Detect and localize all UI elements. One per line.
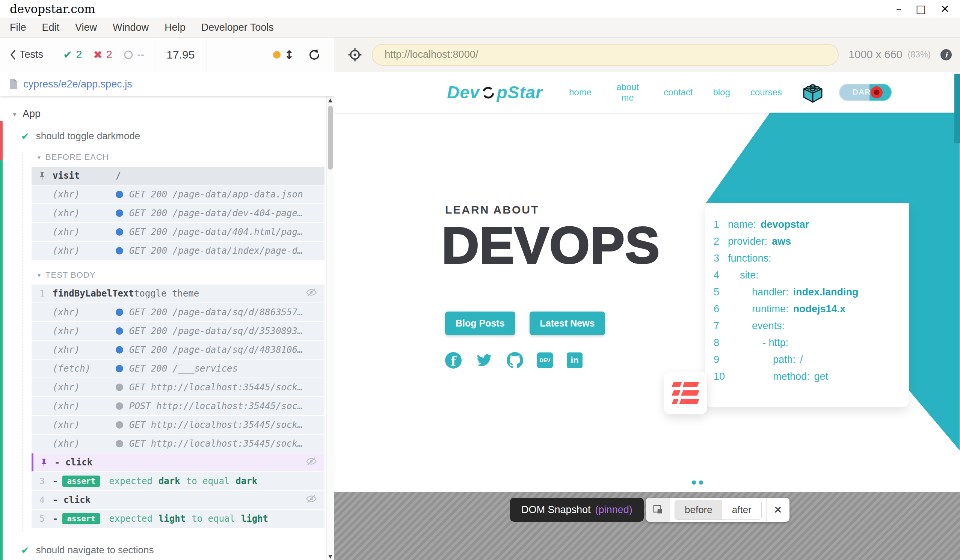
test-row-navigate-sections[interactable]: ✔ should navigate to sections xyxy=(21,544,334,556)
linkedin-icon[interactable]: in xyxy=(567,353,582,368)
menu-file[interactable]: File xyxy=(10,22,26,34)
command-row-xhr[interactable]: (xhr) GET 200 /page-data/app-data.json xyxy=(32,185,325,203)
test-passed-icon: ✔ xyxy=(21,545,29,556)
nav-contact[interactable]: contact xyxy=(664,87,693,97)
menu-view[interactable]: View xyxy=(75,22,97,34)
code-line: 10method:get xyxy=(706,368,909,385)
after-button[interactable]: after xyxy=(722,500,761,520)
scroll-up-arrow-icon[interactable]: ▲ xyxy=(327,97,334,103)
suite-name: App xyxy=(22,108,40,120)
scroll-down-arrow-icon[interactable]: ▼ xyxy=(327,553,334,559)
command-name: (xhr) xyxy=(53,401,116,412)
command-row-xhr[interactable]: (xhr) POST http://localhost:35445/soc… xyxy=(32,397,325,415)
command-row-xhr[interactable]: (xhr) GET 200 /page-data/dev-404-page… xyxy=(32,204,325,222)
cypress-reporter: cypress/e2e/app.spec.js ▾ App ✔ should t… xyxy=(0,72,334,560)
command-message: GET 200 /___services xyxy=(129,363,238,374)
command-row-xhr[interactable]: (xhr) GET 200 /page-data/sq/d/3530893… xyxy=(32,322,325,340)
section-test-body[interactable]: ▾ TEST BODY xyxy=(38,270,334,280)
command-name: (xhr) xyxy=(53,208,116,219)
reporter-scrollbar[interactable]: ▲ ▼ xyxy=(326,96,334,560)
code-line: 2provider:aws xyxy=(706,233,909,250)
scroll-dots-decoration xyxy=(692,480,703,485)
snapshot-highlight-button[interactable] xyxy=(646,498,670,522)
command-name: findByLabelText xyxy=(53,288,134,299)
nav-blog[interactable]: blog xyxy=(713,87,730,97)
command-row-click[interactable]: 4 - click xyxy=(32,491,325,509)
command-number: 1 xyxy=(40,289,45,298)
dev-to-icon[interactable]: DEV xyxy=(537,353,553,368)
command-row-click-pinned[interactable]: - click xyxy=(32,453,325,471)
scrollbar-thumb[interactable] xyxy=(328,106,333,170)
command-row-xhr[interactable]: (xhr) GET 200 /page-data/sq/d/4838106… xyxy=(32,341,325,359)
command-name: (xhr) xyxy=(53,345,116,355)
minimize-button[interactable]: – xyxy=(896,3,902,15)
nav-home[interactable]: home xyxy=(569,87,592,97)
url-input[interactable]: http://localhost:8000/ xyxy=(372,44,839,66)
before-button[interactable]: before xyxy=(675,500,722,520)
maximize-button[interactable]: □ xyxy=(916,3,926,15)
command-row-fetch[interactable]: (fetch) GET 200 /___services xyxy=(32,360,325,378)
viewport-info-icon[interactable]: i xyxy=(941,49,952,61)
menu-help[interactable]: Help xyxy=(165,22,186,34)
serverless-logo-icon xyxy=(673,382,698,404)
code-line: 1name:devopstar xyxy=(706,216,909,233)
chevron-left-icon xyxy=(10,49,16,60)
pending-count[interactable]: -- xyxy=(123,48,144,61)
command-row-assert[interactable]: 3 - assert expected dark to equal dark xyxy=(32,472,325,490)
nav-about-me[interactable]: about me xyxy=(612,82,643,102)
command-row-xhr[interactable]: (xhr) GET http://localhost:35445/sock… xyxy=(32,378,325,396)
command-number: 5 xyxy=(40,514,45,523)
test-passed-icon: ✔ xyxy=(21,131,29,142)
facebook-icon[interactable]: f xyxy=(445,352,462,369)
latest-news-button[interactable]: Latest News xyxy=(530,311,605,335)
toggle-knob[interactable] xyxy=(870,86,883,98)
assert-badge: assert xyxy=(62,475,100,487)
menu-developer-tools[interactable]: Developer Tools xyxy=(201,22,274,34)
test-row-toggle-darkmode[interactable]: ✔ should toggle darkmode xyxy=(21,130,334,142)
back-to-tests-button[interactable]: Tests xyxy=(0,38,53,72)
command-row-visit[interactable]: visit / xyxy=(32,167,325,185)
window-title: devopstar.com xyxy=(0,2,896,16)
failed-count[interactable]: ✖2 xyxy=(93,48,112,61)
suite-row[interactable]: ▾ App xyxy=(0,96,334,120)
snapshot-close-button[interactable]: ✕ xyxy=(766,498,789,522)
command-row-xhr[interactable]: (xhr) GET 200 /page-data/sq/d/8863557… xyxy=(32,303,325,321)
site-scrollbar-thumb[interactable] xyxy=(954,74,960,144)
close-button[interactable]: ✕ xyxy=(941,3,949,15)
xhr-status-dot-icon xyxy=(116,228,123,236)
command-name: - click xyxy=(53,495,116,505)
menu-window[interactable]: Window xyxy=(113,22,149,34)
section-before-each[interactable]: ▾ BEFORE EACH xyxy=(38,152,334,162)
lego-brick-icon[interactable] xyxy=(801,80,825,105)
xhr-status-dot-icon xyxy=(116,247,123,254)
code-line: 6runtime:nodejs14.x xyxy=(706,301,909,317)
github-icon[interactable] xyxy=(507,352,523,369)
pin-icon[interactable] xyxy=(40,458,48,467)
command-row-findbylabeltext[interactable]: 1 findByLabelText toggle theme xyxy=(32,284,325,303)
command-name: (xhr) xyxy=(53,307,116,317)
command-row-xhr[interactable]: (xhr) GET http://localhost:35445/sock… xyxy=(32,435,325,453)
refresh-icon[interactable] xyxy=(307,48,321,62)
command-row-xhr[interactable]: (xhr) GET 200 /page-data/index/page-d… xyxy=(32,242,325,260)
serverless-card xyxy=(664,372,707,414)
code-line: 7events: xyxy=(706,317,909,334)
command-row-xhr[interactable]: (xhr) GET http://localhost:35445/sock… xyxy=(32,416,325,434)
pin-icon[interactable] xyxy=(38,171,46,180)
menu-edit[interactable]: Edit xyxy=(42,22,60,34)
collapse-caret-icon: ▾ xyxy=(13,110,16,119)
dark-mode-toggle[interactable]: DAR xyxy=(839,84,892,101)
social-links: f DEV in xyxy=(445,352,582,369)
twitter-icon[interactable] xyxy=(475,353,493,368)
selector-playground-icon[interactable] xyxy=(348,48,362,62)
command-row-assert[interactable]: 5 - assert expected light to equal light xyxy=(32,510,325,528)
command-row-xhr[interactable]: (xhr) GET 200 /page-data/404.html/pag… xyxy=(32,223,325,241)
nav-courses[interactable]: courses xyxy=(750,87,782,97)
spec-file-link[interactable]: cypress/e2e/app.spec.js xyxy=(23,78,132,90)
test-name: should navigate to sections xyxy=(36,544,154,556)
auto-scroll-toggle[interactable]: ↕ xyxy=(284,48,294,62)
site-logo[interactable]: Dev pStar xyxy=(447,82,543,102)
command-name: visit xyxy=(53,171,116,181)
toolbar-left: Tests ✔2 ✖2 -- 17.95 ↕ xyxy=(0,38,334,72)
blog-posts-button[interactable]: Blog Posts xyxy=(445,311,515,335)
passed-count[interactable]: ✔2 xyxy=(63,48,82,61)
